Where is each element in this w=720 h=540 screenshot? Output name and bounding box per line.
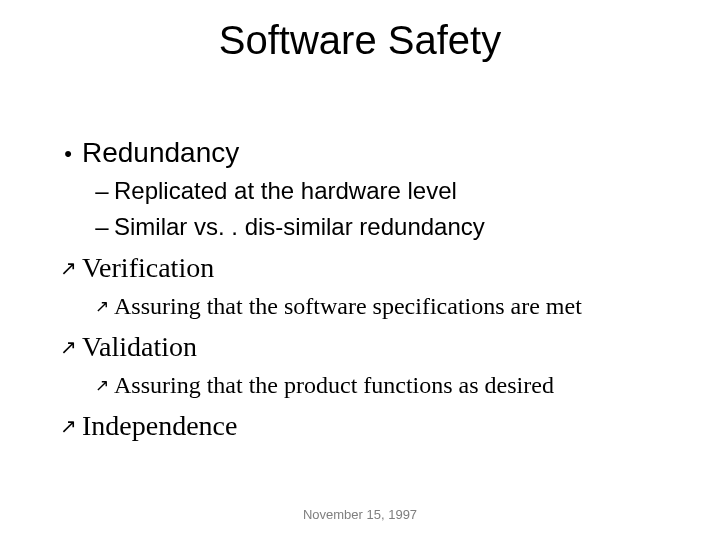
slide: Software Safety • Redundancy – Replicate… (0, 0, 720, 540)
arrow-up-right-icon (54, 408, 82, 439)
bullet-dash-icon: – (90, 176, 114, 206)
list-item: Assuring that the product functions as d… (90, 370, 680, 400)
slide-title: Software Safety (0, 18, 720, 63)
slide-body: • Redundancy – Replicated at the hardwar… (54, 135, 680, 443)
slide-footer-date: November 15, 1997 (0, 507, 720, 522)
list-item: – Similar vs. . dis-similar redundancy (90, 212, 680, 242)
arrow-up-right-icon (90, 370, 114, 396)
arrow-up-right-icon (54, 250, 82, 281)
item-text: Independence (82, 408, 680, 443)
list-item: – Replicated at the hardware level (90, 176, 680, 206)
item-text: Validation (82, 329, 680, 364)
list-item: Independence (54, 408, 680, 443)
item-text: Assuring that the software specification… (114, 291, 680, 321)
list-item: Validation (54, 329, 680, 364)
item-text: Redundancy (82, 135, 680, 170)
arrow-up-right-icon (90, 291, 114, 317)
item-text: Replicated at the hardware level (114, 176, 680, 206)
item-text: Assuring that the product functions as d… (114, 370, 680, 400)
list-item: Assuring that the software specification… (90, 291, 680, 321)
item-text: Similar vs. . dis-similar redundancy (114, 212, 680, 242)
item-text: Verification (82, 250, 680, 285)
bullet-dash-icon: – (90, 212, 114, 242)
arrow-up-right-icon (54, 329, 82, 360)
list-item: • Redundancy (54, 135, 680, 170)
bullet-dot-icon: • (54, 135, 82, 168)
list-item: Verification (54, 250, 680, 285)
